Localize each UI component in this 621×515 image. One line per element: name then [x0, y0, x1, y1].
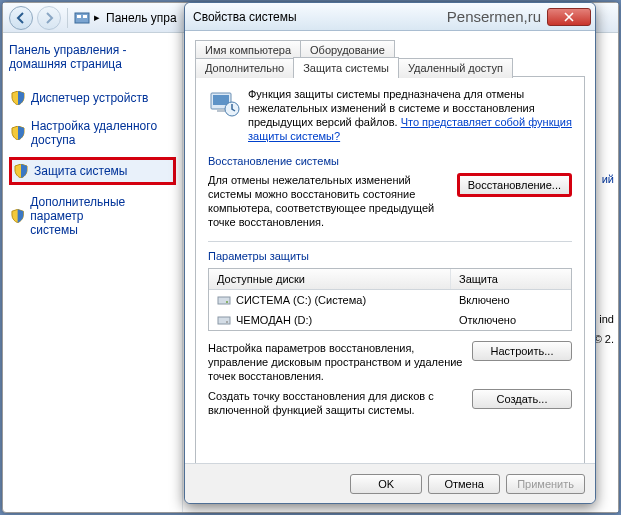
- bg-text-frag2: ind: [599, 313, 614, 325]
- cancel-button[interactable]: Отмена: [428, 474, 500, 494]
- drive-name: СИСТЕМА (C:) (Система): [236, 294, 366, 306]
- svg-point-10: [226, 321, 228, 323]
- divider: [208, 241, 572, 242]
- svg-rect-9: [218, 317, 230, 324]
- arrow-left-icon: [15, 12, 27, 24]
- bg-text-frag3: © 2.: [594, 333, 614, 345]
- sidebar-label: Диспетчер устройств: [31, 91, 148, 105]
- sidebar-label: Настройка удаленногодоступа: [31, 119, 157, 147]
- sidebar-system-protection[interactable]: Защита системы: [9, 157, 176, 185]
- breadcrumb[interactable]: Панель упра: [106, 11, 177, 25]
- bg-text-frag1: ий: [602, 173, 614, 185]
- system-properties-dialog: Свойства системы Pensermen,ru Имя компью…: [184, 2, 596, 504]
- configure-button[interactable]: Настроить...: [472, 341, 572, 361]
- sidebar-advanced-settings[interactable]: Дополнительные параметрсистемы: [9, 191, 176, 241]
- sidebar-label: Дополнительные параметрсистемы: [30, 195, 174, 237]
- control-panel-icon: [74, 10, 90, 26]
- configure-desc: Настройка параметров восстановления, упр…: [208, 341, 464, 383]
- cp-home-line2: домашняя страница: [9, 57, 122, 71]
- shield-icon: [11, 209, 24, 223]
- create-button[interactable]: Создать...: [472, 389, 572, 409]
- restore-desc: Для отмены нежелательных изменений систе…: [208, 173, 449, 229]
- watermark: Pensermen,ru: [447, 8, 541, 25]
- create-desc: Создать точку восстановления для дисков …: [208, 389, 464, 417]
- drives-table: Доступные диски Защита СИСТЕМА (C:) (Сис…: [208, 268, 572, 331]
- dialog-footer: OK Отмена Применить: [185, 463, 595, 503]
- sidebar-remote-settings[interactable]: Настройка удаленногодоступа: [9, 115, 176, 151]
- table-row[interactable]: ЧЕМОДАН (D:) Отключено: [209, 310, 571, 330]
- col-drives[interactable]: Доступные диски: [209, 269, 451, 289]
- dialog-titlebar[interactable]: Свойства системы Pensermen,ru: [185, 3, 595, 31]
- shield-icon: [11, 126, 25, 140]
- nav-back-button[interactable]: [9, 6, 33, 30]
- tab-strip-row2: Дополнительно Защита системы Удаленный д…: [195, 57, 585, 77]
- shield-icon: [11, 91, 25, 105]
- svg-rect-5: [217, 109, 225, 112]
- close-button[interactable]: [547, 8, 591, 26]
- dialog-title: Свойства системы: [193, 10, 447, 24]
- system-restore-button[interactable]: Восстановление...: [457, 173, 572, 197]
- section-params-title: Параметры защиты: [208, 250, 572, 262]
- col-protection[interactable]: Защита: [451, 269, 571, 289]
- drive-icon: [217, 313, 231, 327]
- apply-button[interactable]: Применить: [506, 474, 585, 494]
- arrow-right-icon: [43, 12, 55, 24]
- svg-rect-4: [213, 95, 229, 105]
- cp-home-link[interactable]: Панель управления - домашняя страница: [9, 43, 176, 71]
- svg-rect-2: [83, 15, 87, 18]
- shield-icon: [14, 164, 28, 178]
- table-header: Доступные диски Защита: [209, 269, 571, 290]
- cp-sidebar: Панель управления - домашняя страница Ди…: [3, 33, 183, 512]
- svg-point-8: [226, 301, 228, 303]
- sidebar-label: Защита системы: [34, 164, 127, 178]
- nav-forward-button[interactable]: [37, 6, 61, 30]
- breadcrumb-sep: ▸: [94, 11, 100, 24]
- nav-separator: [67, 8, 68, 28]
- intro-text: Функция защиты системы предназначена для…: [248, 87, 572, 143]
- tab-panel: Функция защиты системы предназначена для…: [195, 76, 585, 463]
- ok-button[interactable]: OK: [350, 474, 422, 494]
- drive-name: ЧЕМОДАН (D:): [236, 314, 312, 326]
- table-row[interactable]: СИСТЕМА (C:) (Система) Включено: [209, 290, 571, 310]
- tab-advanced[interactable]: Дополнительно: [195, 58, 294, 78]
- cp-home-line1: Панель управления -: [9, 43, 127, 57]
- system-protection-icon: [208, 87, 240, 119]
- drive-icon: [217, 293, 231, 307]
- close-icon: [564, 12, 574, 22]
- tab-remote[interactable]: Удаленный доступ: [398, 58, 513, 78]
- tab-strip: Имя компьютера Оборудование: [195, 39, 585, 58]
- sidebar-device-manager[interactable]: Диспетчер устройств: [9, 87, 176, 109]
- drive-status: Включено: [451, 291, 571, 309]
- drive-status: Отключено: [451, 311, 571, 329]
- svg-rect-7: [218, 297, 230, 304]
- svg-rect-1: [77, 15, 81, 18]
- section-restore-title: Восстановление системы: [208, 155, 572, 167]
- tab-system-protection[interactable]: Защита системы: [293, 57, 399, 77]
